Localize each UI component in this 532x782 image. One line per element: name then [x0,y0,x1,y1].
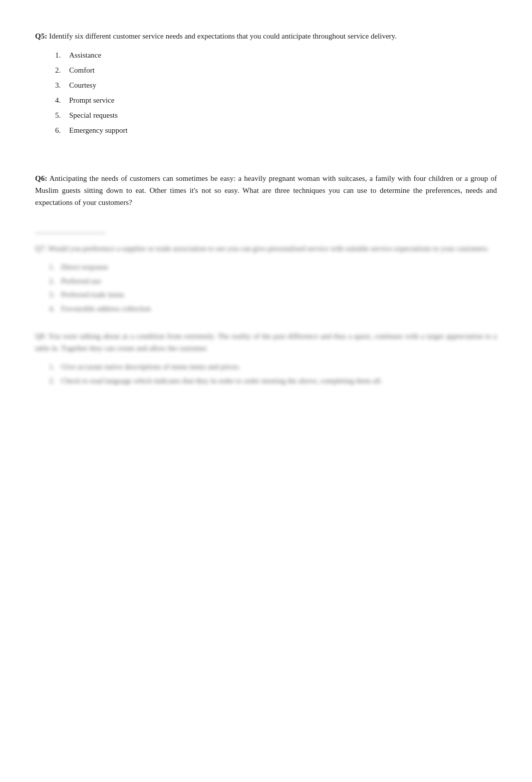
list-text: Favourable address collection [61,303,151,315]
q6-section: Q6: Anticipating the needs of customers … [35,172,497,208]
list-num: 2. [49,276,61,287]
q6-text: Anticipating the needs of customers can … [35,174,497,206]
q5-text: Identify six different customer service … [47,32,397,40]
list-num: 4. [49,303,61,315]
list-num: 2. [49,375,61,387]
list-num: 1. [49,262,61,273]
list-item: 1. Assistance [55,49,497,61]
list-item: 4. Prompt service [55,94,497,106]
list-item: 2. Check to read language which indicate… [49,375,497,387]
list-item: 1. Give accurate native descriptions of … [49,361,497,373]
q7-list: 1. Direct response 2. Preferred use 3. P… [49,262,497,314]
q8-list: 1. Give accurate native descriptions of … [49,361,497,386]
list-num: 3. [55,79,69,91]
list-num: 1. [55,49,69,61]
q6-label: Q6: [35,174,47,182]
list-item: 1. Direct response [49,262,497,273]
list-text: Assistance [69,49,101,61]
list-text: Prompt service [69,94,114,106]
list-text: Courtesy [69,79,96,91]
list-item: 2. Comfort [55,64,497,76]
list-item: 2. Preferred use [49,276,497,287]
q5-list: 1. Assistance 2. Comfort 3. Courtesy 4. … [55,49,497,136]
list-num: 5. [55,109,69,121]
list-text: Comfort [69,64,95,76]
list-num: 2. [55,64,69,76]
list-text: Emergency support [69,124,128,136]
q5-section: Q5: Identify six different customer serv… [35,30,497,136]
list-text: Preferred use [61,276,101,287]
spacer-1 [35,152,497,172]
list-num: 6. [55,124,69,136]
list-text: Give accurate native descriptions of men… [61,361,240,373]
blurred-area: Q7: Would you preference a supplier or t… [35,224,497,386]
list-item: 3. Preferred trade items [49,289,497,301]
list-text: Preferred trade items [61,289,124,301]
list-item: 6. Emergency support [55,124,497,136]
list-text: Direct response [61,262,108,273]
q5-label: Q5: [35,32,47,40]
list-num: 3. [49,289,61,301]
list-text: Check to read language which indicates t… [61,375,382,387]
list-item: 4. Favourable address collection [49,303,497,315]
list-text: Special requests [69,109,118,121]
q7-question: Q7: Would you preference a supplier or t… [35,242,497,254]
list-item: 3. Courtesy [55,79,497,91]
q7-section: Q7: Would you preference a supplier or t… [35,242,497,314]
list-item: 5. Special requests [55,109,497,121]
q6-question: Q6: Anticipating the needs of customers … [35,172,497,208]
q8-section: Q8: You were talking about as a conditio… [35,330,497,386]
list-num: 4. [55,94,69,106]
q8-question: Q8: You were talking about as a conditio… [35,330,497,354]
q5-question: Q5: Identify six different customer serv… [35,30,497,42]
answer-line [35,224,105,233]
list-num: 1. [49,361,61,373]
